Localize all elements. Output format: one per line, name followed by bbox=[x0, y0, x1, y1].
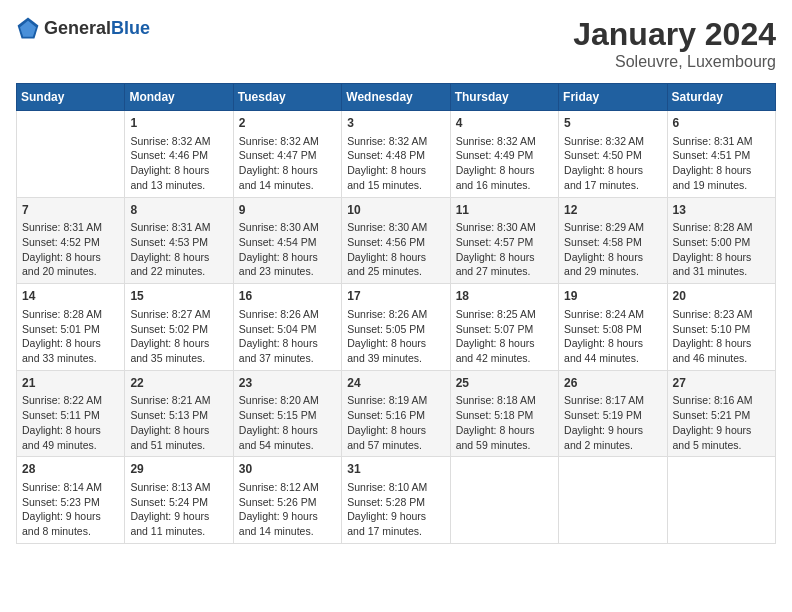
calendar-cell bbox=[667, 457, 775, 544]
calendar-week-row: 28Sunrise: 8:14 AM Sunset: 5:23 PM Dayli… bbox=[17, 457, 776, 544]
calendar-cell: 10Sunrise: 8:30 AM Sunset: 4:56 PM Dayli… bbox=[342, 197, 450, 284]
calendar-cell: 3Sunrise: 8:32 AM Sunset: 4:48 PM Daylig… bbox=[342, 111, 450, 198]
day-info: Sunrise: 8:12 AM Sunset: 5:26 PM Dayligh… bbox=[239, 480, 336, 539]
day-number: 8 bbox=[130, 202, 227, 219]
calendar-cell: 28Sunrise: 8:14 AM Sunset: 5:23 PM Dayli… bbox=[17, 457, 125, 544]
calendar-week-row: 21Sunrise: 8:22 AM Sunset: 5:11 PM Dayli… bbox=[17, 370, 776, 457]
day-number: 21 bbox=[22, 375, 119, 392]
day-of-week-header: Thursday bbox=[450, 84, 558, 111]
day-of-week-header: Wednesday bbox=[342, 84, 450, 111]
calendar-cell: 14Sunrise: 8:28 AM Sunset: 5:01 PM Dayli… bbox=[17, 284, 125, 371]
calendar-cell bbox=[559, 457, 667, 544]
day-info: Sunrise: 8:26 AM Sunset: 5:05 PM Dayligh… bbox=[347, 307, 444, 366]
day-info: Sunrise: 8:10 AM Sunset: 5:28 PM Dayligh… bbox=[347, 480, 444, 539]
calendar-body: 1Sunrise: 8:32 AM Sunset: 4:46 PM Daylig… bbox=[17, 111, 776, 544]
logo-icon bbox=[16, 16, 40, 40]
day-number: 7 bbox=[22, 202, 119, 219]
day-number: 17 bbox=[347, 288, 444, 305]
calendar-cell: 30Sunrise: 8:12 AM Sunset: 5:26 PM Dayli… bbox=[233, 457, 341, 544]
calendar-cell: 21Sunrise: 8:22 AM Sunset: 5:11 PM Dayli… bbox=[17, 370, 125, 457]
calendar-cell: 7Sunrise: 8:31 AM Sunset: 4:52 PM Daylig… bbox=[17, 197, 125, 284]
day-info: Sunrise: 8:19 AM Sunset: 5:16 PM Dayligh… bbox=[347, 393, 444, 452]
day-number: 10 bbox=[347, 202, 444, 219]
day-number: 9 bbox=[239, 202, 336, 219]
logo-text-blue: Blue bbox=[111, 18, 150, 38]
day-info: Sunrise: 8:30 AM Sunset: 4:56 PM Dayligh… bbox=[347, 220, 444, 279]
calendar-cell: 6Sunrise: 8:31 AM Sunset: 4:51 PM Daylig… bbox=[667, 111, 775, 198]
location-title: Soleuvre, Luxembourg bbox=[573, 53, 776, 71]
day-number: 13 bbox=[673, 202, 770, 219]
day-info: Sunrise: 8:27 AM Sunset: 5:02 PM Dayligh… bbox=[130, 307, 227, 366]
calendar-cell: 9Sunrise: 8:30 AM Sunset: 4:54 PM Daylig… bbox=[233, 197, 341, 284]
logo: GeneralBlue bbox=[16, 16, 150, 40]
calendar-cell: 8Sunrise: 8:31 AM Sunset: 4:53 PM Daylig… bbox=[125, 197, 233, 284]
calendar-cell: 20Sunrise: 8:23 AM Sunset: 5:10 PM Dayli… bbox=[667, 284, 775, 371]
day-info: Sunrise: 8:18 AM Sunset: 5:18 PM Dayligh… bbox=[456, 393, 553, 452]
calendar-cell bbox=[450, 457, 558, 544]
day-number: 23 bbox=[239, 375, 336, 392]
day-info: Sunrise: 8:32 AM Sunset: 4:46 PM Dayligh… bbox=[130, 134, 227, 193]
calendar-cell bbox=[17, 111, 125, 198]
day-info: Sunrise: 8:31 AM Sunset: 4:52 PM Dayligh… bbox=[22, 220, 119, 279]
day-info: Sunrise: 8:31 AM Sunset: 4:53 PM Dayligh… bbox=[130, 220, 227, 279]
day-number: 11 bbox=[456, 202, 553, 219]
logo-text-general: General bbox=[44, 18, 111, 38]
day-info: Sunrise: 8:23 AM Sunset: 5:10 PM Dayligh… bbox=[673, 307, 770, 366]
calendar-cell: 13Sunrise: 8:28 AM Sunset: 5:00 PM Dayli… bbox=[667, 197, 775, 284]
calendar-cell: 22Sunrise: 8:21 AM Sunset: 5:13 PM Dayli… bbox=[125, 370, 233, 457]
day-info: Sunrise: 8:29 AM Sunset: 4:58 PM Dayligh… bbox=[564, 220, 661, 279]
day-info: Sunrise: 8:14 AM Sunset: 5:23 PM Dayligh… bbox=[22, 480, 119, 539]
day-number: 2 bbox=[239, 115, 336, 132]
calendar-cell: 31Sunrise: 8:10 AM Sunset: 5:28 PM Dayli… bbox=[342, 457, 450, 544]
day-info: Sunrise: 8:32 AM Sunset: 4:48 PM Dayligh… bbox=[347, 134, 444, 193]
day-of-week-header: Monday bbox=[125, 84, 233, 111]
day-number: 1 bbox=[130, 115, 227, 132]
day-info: Sunrise: 8:22 AM Sunset: 5:11 PM Dayligh… bbox=[22, 393, 119, 452]
day-number: 12 bbox=[564, 202, 661, 219]
day-of-week-header: Friday bbox=[559, 84, 667, 111]
day-info: Sunrise: 8:24 AM Sunset: 5:08 PM Dayligh… bbox=[564, 307, 661, 366]
page-header: GeneralBlue January 2024 Soleuvre, Luxem… bbox=[16, 16, 776, 71]
calendar-cell: 23Sunrise: 8:20 AM Sunset: 5:15 PM Dayli… bbox=[233, 370, 341, 457]
day-info: Sunrise: 8:31 AM Sunset: 4:51 PM Dayligh… bbox=[673, 134, 770, 193]
title-block: January 2024 Soleuvre, Luxembourg bbox=[573, 16, 776, 71]
day-number: 22 bbox=[130, 375, 227, 392]
day-number: 19 bbox=[564, 288, 661, 305]
day-info: Sunrise: 8:20 AM Sunset: 5:15 PM Dayligh… bbox=[239, 393, 336, 452]
day-number: 29 bbox=[130, 461, 227, 478]
day-info: Sunrise: 8:32 AM Sunset: 4:50 PM Dayligh… bbox=[564, 134, 661, 193]
day-number: 20 bbox=[673, 288, 770, 305]
day-number: 15 bbox=[130, 288, 227, 305]
day-of-week-header: Tuesday bbox=[233, 84, 341, 111]
calendar-cell: 11Sunrise: 8:30 AM Sunset: 4:57 PM Dayli… bbox=[450, 197, 558, 284]
day-info: Sunrise: 8:25 AM Sunset: 5:07 PM Dayligh… bbox=[456, 307, 553, 366]
calendar-cell: 24Sunrise: 8:19 AM Sunset: 5:16 PM Dayli… bbox=[342, 370, 450, 457]
day-info: Sunrise: 8:26 AM Sunset: 5:04 PM Dayligh… bbox=[239, 307, 336, 366]
calendar-cell: 16Sunrise: 8:26 AM Sunset: 5:04 PM Dayli… bbox=[233, 284, 341, 371]
day-info: Sunrise: 8:28 AM Sunset: 5:00 PM Dayligh… bbox=[673, 220, 770, 279]
day-of-week-header: Saturday bbox=[667, 84, 775, 111]
calendar-week-row: 14Sunrise: 8:28 AM Sunset: 5:01 PM Dayli… bbox=[17, 284, 776, 371]
day-info: Sunrise: 8:30 AM Sunset: 4:57 PM Dayligh… bbox=[456, 220, 553, 279]
day-number: 30 bbox=[239, 461, 336, 478]
day-number: 25 bbox=[456, 375, 553, 392]
day-info: Sunrise: 8:30 AM Sunset: 4:54 PM Dayligh… bbox=[239, 220, 336, 279]
day-number: 16 bbox=[239, 288, 336, 305]
calendar-week-row: 7Sunrise: 8:31 AM Sunset: 4:52 PM Daylig… bbox=[17, 197, 776, 284]
calendar-cell: 17Sunrise: 8:26 AM Sunset: 5:05 PM Dayli… bbox=[342, 284, 450, 371]
day-info: Sunrise: 8:17 AM Sunset: 5:19 PM Dayligh… bbox=[564, 393, 661, 452]
day-info: Sunrise: 8:13 AM Sunset: 5:24 PM Dayligh… bbox=[130, 480, 227, 539]
calendar-cell: 27Sunrise: 8:16 AM Sunset: 5:21 PM Dayli… bbox=[667, 370, 775, 457]
calendar-cell: 25Sunrise: 8:18 AM Sunset: 5:18 PM Dayli… bbox=[450, 370, 558, 457]
day-number: 24 bbox=[347, 375, 444, 392]
day-number: 4 bbox=[456, 115, 553, 132]
day-of-week-header: Sunday bbox=[17, 84, 125, 111]
calendar-cell: 2Sunrise: 8:32 AM Sunset: 4:47 PM Daylig… bbox=[233, 111, 341, 198]
day-number: 31 bbox=[347, 461, 444, 478]
day-number: 26 bbox=[564, 375, 661, 392]
day-number: 3 bbox=[347, 115, 444, 132]
calendar-week-row: 1Sunrise: 8:32 AM Sunset: 4:46 PM Daylig… bbox=[17, 111, 776, 198]
month-title: January 2024 bbox=[573, 16, 776, 53]
day-number: 28 bbox=[22, 461, 119, 478]
day-info: Sunrise: 8:32 AM Sunset: 4:47 PM Dayligh… bbox=[239, 134, 336, 193]
